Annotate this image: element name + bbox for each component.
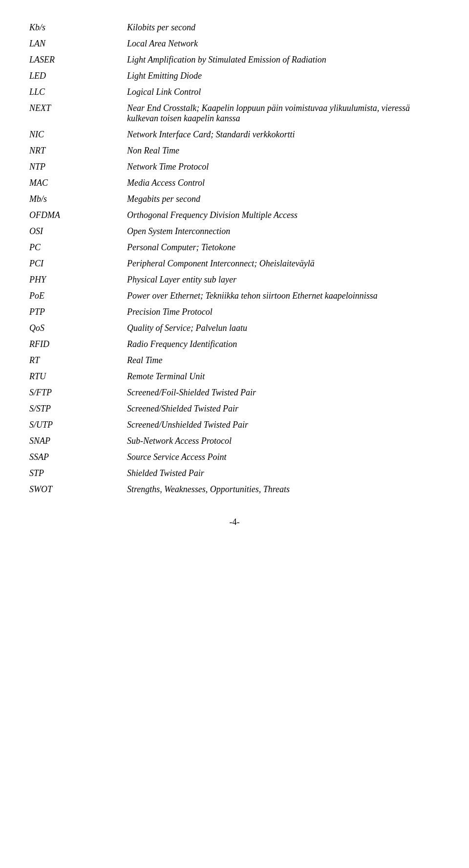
- table-row: NRTNon Real Time: [29, 143, 440, 159]
- definition: Screened/Shielded Twisted Pair: [127, 401, 440, 417]
- definition: Orthogonal Frequency Division Multiple A…: [127, 207, 440, 223]
- table-row: PoEPower over Ethernet; Tekniikka tehon …: [29, 288, 440, 304]
- abbreviation: RTU: [29, 369, 127, 385]
- definition: Logical Link Control: [127, 84, 440, 100]
- abbreviation: MAC: [29, 175, 127, 191]
- table-row: PCIPeripheral Component Interconnect; Oh…: [29, 256, 440, 272]
- table-row: OSIOpen System Interconnection: [29, 223, 440, 239]
- abbreviation: S/UTP: [29, 417, 127, 433]
- definition: Real Time: [127, 352, 440, 369]
- definition: Network Time Protocol: [127, 159, 440, 175]
- abbreviation: NIC: [29, 127, 127, 143]
- abbreviation: SWOT: [29, 481, 127, 498]
- abbreviation: PCI: [29, 256, 127, 272]
- table-row: QoSQuality of Service; Palvelun laatu: [29, 320, 440, 336]
- abbreviation: PC: [29, 239, 127, 256]
- abbreviation: STP: [29, 465, 127, 481]
- table-row: LEDLight Emitting Diode: [29, 68, 440, 84]
- abbreviation: LASER: [29, 52, 127, 68]
- table-row: NTPNetwork Time Protocol: [29, 159, 440, 175]
- table-row: S/STPScreened/Shielded Twisted Pair: [29, 401, 440, 417]
- definition: Near End Crosstalk; Kaapelin loppuun päi…: [127, 100, 440, 127]
- abbreviation: NTP: [29, 159, 127, 175]
- table-row: SNAPSub-Network Access Protocol: [29, 433, 440, 449]
- definition: Non Real Time: [127, 143, 440, 159]
- table-row: SWOTStrengths, Weaknesses, Opportunities…: [29, 481, 440, 498]
- definition: Physical Layer entity sub layer: [127, 272, 440, 288]
- definition: Media Access Control: [127, 175, 440, 191]
- definition: Network Interface Card; Standardi verkko…: [127, 127, 440, 143]
- table-row: LLCLogical Link Control: [29, 84, 440, 100]
- definition: Megabits per second: [127, 191, 440, 207]
- table-row: RFIDRadio Frequency Identification: [29, 336, 440, 352]
- abbreviation: QoS: [29, 320, 127, 336]
- definition: Personal Computer; Tietokone: [127, 239, 440, 256]
- abbreviation: LAN: [29, 36, 127, 52]
- abbreviation: OFDMA: [29, 207, 127, 223]
- definition: Sub-Network Access Protocol: [127, 433, 440, 449]
- table-row: MACMedia Access Control: [29, 175, 440, 191]
- table-row: NEXTNear End Crosstalk; Kaapelin loppuun…: [29, 100, 440, 127]
- table-row: PHYPhysical Layer entity sub layer: [29, 272, 440, 288]
- abbreviation: LLC: [29, 84, 127, 100]
- table-row: RTReal Time: [29, 352, 440, 369]
- page-number: -4-: [29, 517, 440, 527]
- table-row: RTURemote Terminal Unit: [29, 369, 440, 385]
- abbreviation: RT: [29, 352, 127, 369]
- definition: Screened/Foil-Shielded Twisted Pair: [127, 385, 440, 401]
- table-row: PTPPrecision Time Protocol: [29, 304, 440, 320]
- definition: Strengths, Weaknesses, Opportunities, Th…: [127, 481, 440, 498]
- definition: Screened/Unshielded Twisted Pair: [127, 417, 440, 433]
- table-row: OFDMAOrthogonal Frequency Division Multi…: [29, 207, 440, 223]
- definition: Light Amplification by Stimulated Emissi…: [127, 52, 440, 68]
- definition: Open System Interconnection: [127, 223, 440, 239]
- definition: Shielded Twisted Pair: [127, 465, 440, 481]
- abbreviation: Mb/s: [29, 191, 127, 207]
- definition: Quality of Service; Palvelun laatu: [127, 320, 440, 336]
- table-row: S/FTPScreened/Foil-Shielded Twisted Pair: [29, 385, 440, 401]
- definition: Peripheral Component Interconnect; Oheis…: [127, 256, 440, 272]
- abbreviation: Kb/s: [29, 20, 127, 36]
- table-row: LASERLight Amplification by Stimulated E…: [29, 52, 440, 68]
- abbreviation: S/FTP: [29, 385, 127, 401]
- abbreviation: SSAP: [29, 449, 127, 465]
- abbreviation: OSI: [29, 223, 127, 239]
- definition: Kilobits per second: [127, 20, 440, 36]
- definition: Remote Terminal Unit: [127, 369, 440, 385]
- definition: Light Emitting Diode: [127, 68, 440, 84]
- table-row: Mb/sMegabits per second: [29, 191, 440, 207]
- table-row: NICNetwork Interface Card; Standardi ver…: [29, 127, 440, 143]
- table-row: SSAPSource Service Access Point: [29, 449, 440, 465]
- table-row: LANLocal Area Network: [29, 36, 440, 52]
- abbreviation: NEXT: [29, 100, 127, 127]
- definition: Power over Ethernet; Tekniikka tehon sii…: [127, 288, 440, 304]
- glossary-table: Kb/sKilobits per secondLANLocal Area Net…: [29, 20, 440, 498]
- abbreviation: PoE: [29, 288, 127, 304]
- abbreviation: PTP: [29, 304, 127, 320]
- definition: Radio Frequency Identification: [127, 336, 440, 352]
- definition: Source Service Access Point: [127, 449, 440, 465]
- abbreviation: S/STP: [29, 401, 127, 417]
- definition: Local Area Network: [127, 36, 440, 52]
- abbreviation: SNAP: [29, 433, 127, 449]
- abbreviation: RFID: [29, 336, 127, 352]
- abbreviation: LED: [29, 68, 127, 84]
- abbreviation: PHY: [29, 272, 127, 288]
- table-row: S/UTPScreened/Unshielded Twisted Pair: [29, 417, 440, 433]
- table-row: STPShielded Twisted Pair: [29, 465, 440, 481]
- definition: Precision Time Protocol: [127, 304, 440, 320]
- table-row: PCPersonal Computer; Tietokone: [29, 239, 440, 256]
- abbreviation: NRT: [29, 143, 127, 159]
- table-row: Kb/sKilobits per second: [29, 20, 440, 36]
